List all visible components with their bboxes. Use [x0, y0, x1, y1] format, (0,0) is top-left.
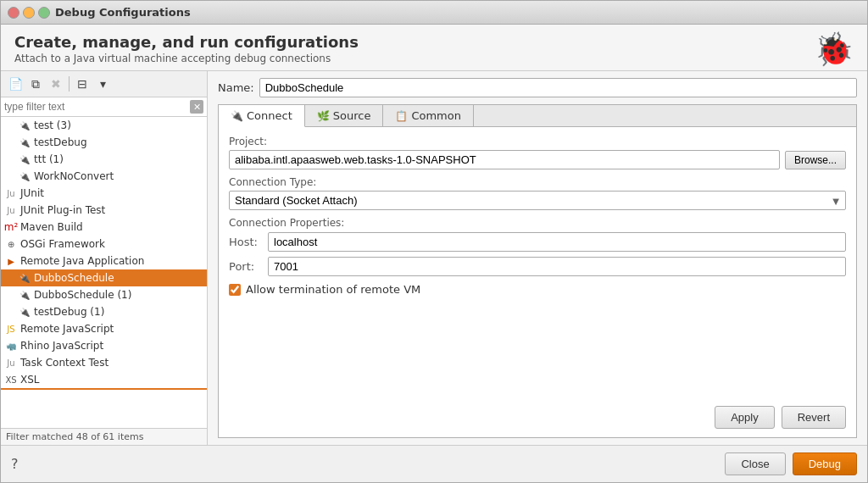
source-tab-icon: 🌿: [317, 110, 330, 122]
list-item[interactable]: Ju JUnit Plug-in Test: [1, 202, 207, 219]
name-label: Name:: [218, 81, 254, 94]
help-icon[interactable]: ?: [11, 456, 19, 472]
common-tab-icon: 📋: [395, 110, 408, 122]
item-label: Task Context Test: [20, 357, 108, 369]
tab-connect-label: Connect: [247, 109, 292, 122]
filter-dropdown-btn[interactable]: ▾: [93, 75, 112, 93]
remote-icon: 🔌: [18, 169, 31, 183]
apply-revert-area: Apply Revert: [219, 406, 856, 437]
page-title: Create, manage, and run configurations: [14, 33, 359, 51]
junit-icon: Ju: [4, 203, 18, 217]
right-panel: Name: 🔌 Connect 🌿 Source 📋: [208, 71, 867, 445]
list-item[interactable]: 🔌 WorkNoConvert: [1, 168, 207, 185]
tab-common[interactable]: 📋 Common: [383, 105, 474, 126]
list-item[interactable]: Ju JUnit: [1, 185, 207, 202]
item-label: Rhino JavaScript: [20, 340, 103, 352]
host-input[interactable]: [268, 232, 846, 252]
item-label: Remote JavaScript: [20, 323, 114, 335]
title-bar: Debug Configurations: [1, 1, 867, 25]
list-item-xsl[interactable]: XS XSL: [1, 371, 207, 390]
item-label: test (3): [34, 119, 71, 131]
remote-java-icon: ▶: [4, 254, 18, 268]
filter-box: ✕: [1, 97, 207, 117]
list-item-task-context[interactable]: Ju Task Context Test: [1, 354, 207, 371]
port-input[interactable]: [268, 257, 846, 276]
selected-item-icon: 🔌: [18, 271, 31, 285]
name-input[interactable]: [259, 78, 857, 97]
browse-button[interactable]: Browse...: [785, 151, 846, 169]
item-label: OSGi Framework: [20, 238, 105, 250]
minimize-btn[interactable]: [23, 7, 35, 19]
filter-input[interactable]: [4, 101, 190, 113]
rhino-icon: 🦏: [4, 339, 18, 353]
list-item[interactable]: m² Maven Build: [1, 219, 207, 236]
list-item[interactable]: 🔌 ttt (1): [1, 151, 207, 168]
connection-type-field: Connection Type: Standard (Socket Attach…: [229, 176, 846, 210]
tab-source[interactable]: 🌿 Source: [305, 105, 384, 126]
port-label: Port:: [229, 260, 263, 273]
maximize-btn[interactable]: [38, 7, 50, 19]
close-window-btn[interactable]: [8, 7, 19, 19]
allow-termination-row: Allow termination of remote VM: [229, 283, 846, 296]
delete-config-btn[interactable]: ✖: [47, 75, 65, 93]
tab-source-label: Source: [333, 109, 371, 122]
project-label: Project:: [229, 136, 846, 147]
list-item[interactable]: 🔌 testDebug (1): [1, 303, 207, 320]
xsl-icon: XS: [4, 373, 18, 386]
remote-icon: 🔌: [18, 136, 31, 149]
list-item[interactable]: 🔌 DubboSchedule (1): [1, 286, 207, 303]
list-item-remote-java-app[interactable]: ▶ Remote Java Application: [1, 253, 207, 269]
page-subtitle: Attach to a Java virtual machine accepti…: [14, 53, 359, 64]
project-input[interactable]: [229, 150, 780, 169]
toolbar: 📄 ⧉ ✖ ⊟ ▾: [1, 71, 207, 97]
list-item[interactable]: 🔌 testDebug: [1, 134, 207, 151]
tabs-container: 🔌 Connect 🌿 Source 📋 Common: [218, 104, 857, 438]
name-row: Name:: [218, 78, 857, 97]
revert-button[interactable]: Revert: [782, 406, 846, 429]
list-item-rhino[interactable]: 🦏 Rhino JavaScript: [1, 337, 207, 354]
debug-button[interactable]: Debug: [793, 452, 857, 475]
junit-icon: Ju: [4, 186, 18, 200]
list-item[interactable]: 🔌 test (3): [1, 117, 207, 134]
item-label: ttt (1): [34, 153, 64, 165]
logo-area: 🐞: [814, 33, 854, 65]
item-label: testDebug: [34, 136, 87, 148]
remote-icon: 🔌: [18, 119, 31, 132]
duplicate-config-btn[interactable]: ⧉: [26, 75, 45, 93]
connection-type-select-wrapper: Standard (Socket Attach): [229, 191, 846, 210]
allow-termination-checkbox[interactable]: [229, 284, 241, 296]
window-controls[interactable]: [8, 7, 50, 19]
tree-list: 🔌 test (3) 🔌 testDebug 🔌 ttt (1) 🔌 Work: [1, 117, 207, 428]
host-label: Host:: [229, 236, 263, 248]
remote-icon: 🔌: [18, 305, 31, 319]
remote-icon: 🔌: [18, 153, 31, 166]
tab-content-connect: Project: Browse... Connection Type: Stan…: [219, 127, 856, 406]
list-item[interactable]: ⊕ OSGi Framework: [1, 236, 207, 253]
left-panel: 📄 ⧉ ✖ ⊟ ▾ ✕ 🔌 test (3): [1, 71, 208, 445]
host-row: Host:: [229, 232, 846, 252]
main-header: Create, manage, and run configurations A…: [1, 25, 867, 71]
connect-tab-icon: 🔌: [231, 110, 243, 122]
help-btn-area[interactable]: ?: [11, 456, 19, 472]
filter-clear-btn[interactable]: ✕: [190, 100, 203, 114]
separator: [69, 76, 70, 92]
tab-connect[interactable]: 🔌 Connect: [219, 105, 305, 127]
new-config-btn[interactable]: 📄: [6, 75, 25, 93]
list-item-remote-js[interactable]: JS Remote JavaScript: [1, 320, 207, 337]
close-button[interactable]: Close: [725, 452, 785, 475]
apply-button[interactable]: Apply: [715, 406, 775, 429]
project-field: Project: Browse...: [229, 136, 846, 169]
collapse-all-btn[interactable]: ⊟: [73, 75, 92, 93]
tabs-header: 🔌 Connect 🌿 Source 📋 Common: [219, 105, 856, 127]
content-area: 📄 ⧉ ✖ ⊟ ▾ ✕ 🔌 test (3): [1, 71, 867, 445]
list-item-dubbo-schedule[interactable]: 🔌 DubboSchedule: [1, 269, 207, 286]
connection-properties-section: Connection Properties: Host: Port:: [229, 217, 846, 276]
port-row: Port:: [229, 257, 846, 276]
connection-type-select[interactable]: Standard (Socket Attach): [229, 191, 846, 210]
project-input-row: Browse...: [229, 150, 846, 169]
item-label: DubboSchedule (1): [34, 289, 131, 301]
item-label: Remote Java Application: [20, 255, 144, 267]
item-label: DubboSchedule: [34, 272, 114, 284]
connection-properties-label: Connection Properties:: [229, 217, 846, 229]
osgi-icon: ⊕: [4, 237, 18, 251]
